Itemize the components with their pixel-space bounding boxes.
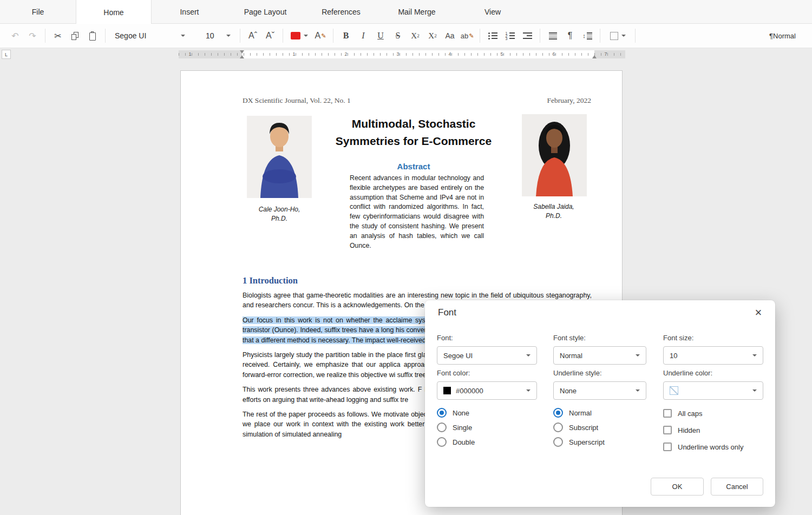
- cancel-button[interactable]: Cancel: [711, 478, 763, 496]
- abstract-heading: Abstract: [343, 162, 484, 171]
- numbered-list-button[interactable]: 1 2 3: [501, 27, 519, 44]
- chevron-down-icon: [226, 35, 231, 37]
- tab-home[interactable]: Home: [76, 0, 152, 24]
- font-style-field: Font style: Normal: [553, 334, 646, 365]
- formatting-toolbar: ↶ ↷ ✂ Segoe UI 10 Aˆ Aˇ A✎ B I U S X2 X2…: [0, 24, 812, 48]
- radio-icon-selected: [553, 408, 563, 418]
- radio-label: Superscript: [569, 438, 605, 446]
- paragraph-style-value: ¶Normal: [769, 32, 796, 40]
- font-apply-icon: A: [315, 31, 321, 41]
- font-dropdown[interactable]: Segoe UI: [437, 346, 537, 365]
- checkbox-label: Underline words only: [678, 443, 743, 451]
- font-color-label: Font color:: [437, 369, 537, 377]
- superscript-label: X: [428, 31, 434, 41]
- superscript-button[interactable]: X2: [424, 27, 441, 44]
- underline-color-label: Underline color:: [663, 369, 763, 377]
- close-icon[interactable]: ×: [750, 305, 767, 321]
- chevron-down-icon: [752, 354, 757, 356]
- right-indent-marker[interactable]: [592, 55, 597, 58]
- show-marks-button[interactable]: ¶: [561, 27, 579, 44]
- tab-mail-merge[interactable]: Mail Merge: [379, 0, 455, 23]
- font-value: Segoe UI: [443, 352, 473, 360]
- paste-button[interactable]: [84, 27, 101, 44]
- underline-label: U: [377, 31, 384, 41]
- author-caption-left: Cale Joon-Ho, Ph.D.: [234, 205, 325, 223]
- font-color-button[interactable]: [287, 27, 312, 44]
- chevron-down-icon: [636, 354, 640, 356]
- toolbar-separator: [600, 29, 600, 43]
- radio-double[interactable]: Double: [437, 437, 475, 447]
- journal-header: DX Scientific Journal, Vol. 22, No. 1: [243, 96, 351, 105]
- radio-normal[interactable]: Normal: [553, 408, 605, 418]
- radio-subscript[interactable]: Subscript: [553, 422, 605, 432]
- checkbox-underline-words-only[interactable]: Underline words only: [663, 443, 743, 451]
- font-size-value: 10: [206, 31, 214, 40]
- ruler-number: 2: [344, 51, 347, 57]
- checkbox-label: Hidden: [678, 426, 700, 434]
- chevron-down-icon: [304, 35, 308, 37]
- highlight-button[interactable]: ab✎: [459, 27, 476, 44]
- toolbar-separator: [45, 29, 45, 43]
- line-spacing-button[interactable]: ↕: [579, 27, 596, 44]
- chevron-down-icon: [526, 354, 531, 356]
- script-radio-group: Normal Subscript Superscript: [553, 408, 605, 447]
- tab-view[interactable]: View: [455, 0, 531, 23]
- no-color-swatch: [670, 386, 678, 395]
- radio-icon-selected: [437, 408, 447, 418]
- female-author-avatar: [522, 114, 587, 196]
- cut-icon: ✂: [54, 31, 61, 41]
- align-button[interactable]: [544, 27, 561, 44]
- shrink-font-button[interactable]: Aˇ: [261, 27, 279, 44]
- first-line-indent-marker[interactable]: [240, 50, 244, 54]
- strikethrough-radio-group: None Single Double: [437, 408, 475, 447]
- author-name: Cale Joon-Ho,: [234, 205, 325, 214]
- font-size-dropdown[interactable]: 10: [663, 346, 763, 365]
- ruler-tab-selector[interactable]: L: [2, 50, 11, 59]
- paragraph-style-select[interactable]: ¶Normal: [769, 32, 796, 40]
- bullet-list-button[interactable]: [484, 27, 501, 44]
- author-photo-left: [247, 116, 312, 198]
- underline-style-dropdown[interactable]: None: [553, 381, 646, 400]
- font-size-select[interactable]: 10: [200, 27, 236, 44]
- radio-superscript[interactable]: Superscript: [553, 437, 605, 447]
- ruler-ticks: [179, 53, 625, 56]
- left-indent-marker[interactable]: [240, 55, 244, 58]
- toolbar-separator: [283, 29, 283, 43]
- font-color-dropdown[interactable]: #000000: [437, 381, 537, 400]
- bold-button[interactable]: B: [337, 27, 355, 44]
- font-style-dropdown[interactable]: Normal: [553, 346, 646, 365]
- chevron-down-icon: [636, 389, 640, 392]
- checkbox-hidden[interactable]: Hidden: [663, 426, 743, 434]
- copy-button[interactable]: [67, 27, 84, 44]
- redo-button[interactable]: ↷: [24, 27, 41, 44]
- font-label: Font:: [437, 334, 537, 342]
- font-apply-button[interactable]: A✎: [312, 27, 329, 44]
- ok-button[interactable]: OK: [651, 478, 704, 496]
- tab-references[interactable]: References: [303, 0, 379, 23]
- font-name-select[interactable]: Segoe UI: [109, 27, 191, 44]
- cut-button[interactable]: ✂: [49, 27, 67, 44]
- align-left-icon: [549, 32, 557, 39]
- radio-icon: [553, 437, 563, 447]
- change-case-button[interactable]: Aa: [441, 27, 459, 44]
- strikethrough-button[interactable]: S: [389, 27, 407, 44]
- grow-font-button[interactable]: Aˆ: [244, 27, 261, 44]
- multilevel-list-button[interactable]: [519, 27, 536, 44]
- tab-insert[interactable]: Insert: [152, 0, 227, 23]
- font-style-value: Normal: [560, 352, 582, 360]
- chevron-down-icon: [526, 389, 531, 392]
- tab-file[interactable]: File: [0, 0, 76, 23]
- tab-page-layout[interactable]: Page Layout: [227, 0, 303, 23]
- horizontal-ruler[interactable]: 1 1 2 3 4 5 6 7: [179, 50, 625, 58]
- underline-button[interactable]: U: [372, 27, 389, 44]
- subscript-button[interactable]: X2: [407, 27, 424, 44]
- strikethrough-label: S: [396, 31, 401, 41]
- underline-color-dropdown[interactable]: [663, 381, 763, 400]
- radio-none[interactable]: None: [437, 408, 475, 418]
- undo-button[interactable]: ↶: [6, 27, 24, 44]
- italic-button[interactable]: I: [355, 27, 372, 44]
- radio-single[interactable]: Single: [437, 422, 475, 432]
- borders-button[interactable]: [604, 27, 631, 44]
- checkbox-all-caps[interactable]: All caps: [663, 409, 743, 418]
- chevron-down-icon: [752, 389, 757, 392]
